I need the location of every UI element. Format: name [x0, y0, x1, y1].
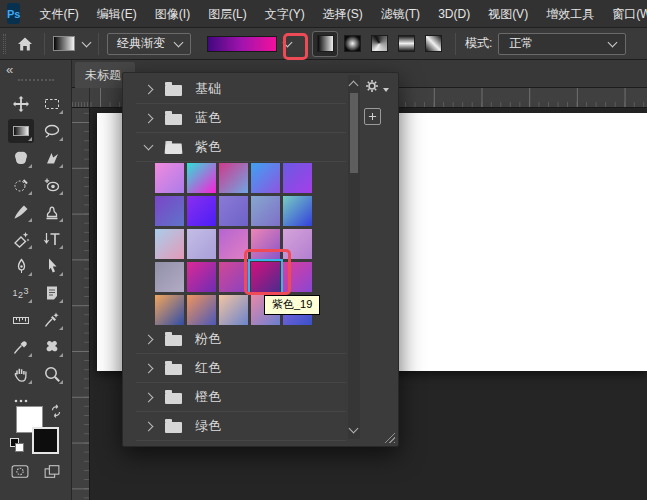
photoshop-logo: Ps [7, 3, 20, 24]
menu-bar: Ps 文件(F)编辑(E)图像(I)图层(L)文字(Y)选择(S)滤镜(T)3D… [0, 0, 647, 28]
menu-item[interactable]: 3D(D) [429, 0, 479, 28]
gradient-swatch[interactable] [187, 163, 216, 193]
tool-dropper[interactable] [8, 335, 34, 359]
vertical-ruler[interactable] [72, 108, 90, 500]
menu-item[interactable]: 视图(V) [479, 0, 537, 28]
gradient-swatch[interactable] [155, 262, 184, 292]
gradient-picker-open-button[interactable] [277, 32, 297, 56]
tool-sampledropper[interactable] [39, 308, 65, 332]
default-colors-button[interactable] [10, 438, 26, 454]
panel-grip[interactable] [18, 79, 54, 82]
gradient-swatch[interactable] [187, 229, 216, 259]
folder-icon [165, 335, 182, 346]
default-white [15, 443, 24, 452]
quick-mask-button[interactable] [9, 462, 31, 481]
tool-marquee[interactable] [39, 92, 65, 116]
menu-item[interactable]: 文字(Y) [256, 0, 314, 28]
screen-mode-button[interactable] [41, 462, 63, 481]
menu-item[interactable]: 滤镜(T) [372, 0, 429, 28]
chevron-down-icon [174, 37, 184, 47]
gradient-swatch[interactable] [219, 295, 248, 325]
tool-zoom[interactable] [39, 362, 65, 386]
folder-chevron-icon [144, 113, 154, 123]
gradient-swatch[interactable] [251, 196, 280, 226]
gradient-type-value: 经典渐变 [117, 35, 165, 52]
tool-hand[interactable] [8, 362, 34, 386]
gradient-preview-bar[interactable] [207, 36, 277, 52]
tool-move[interactable] [8, 92, 34, 116]
scroll-down-icon[interactable] [349, 424, 359, 434]
annotation-box-selected-swatch [244, 249, 291, 295]
home-button[interactable] [16, 35, 34, 53]
folder-icon [165, 85, 182, 96]
tool-gradient[interactable] [8, 119, 34, 143]
tool-wand[interactable] [39, 146, 65, 170]
gradient-swatch[interactable] [187, 262, 216, 292]
collapse-panel-button[interactable]: « [6, 62, 12, 77]
menu-item[interactable]: 文件(F) [30, 0, 87, 28]
gradient-swatch[interactable] [251, 163, 280, 193]
gradient-swatch[interactable] [219, 163, 248, 193]
folder-chevron-icon [144, 392, 154, 402]
tool-lasso[interactable] [39, 119, 65, 143]
gradient-swatch[interactable] [155, 163, 184, 193]
tool-grid [5, 90, 67, 414]
gradient-swatch[interactable] [219, 196, 248, 226]
blend-mode-dropdown[interactable]: 正常 [498, 33, 626, 55]
gradient-swatch[interactable] [155, 196, 184, 226]
gradient-style-icon [317, 35, 334, 52]
gradient-style-icon [398, 35, 415, 52]
tool-stamp[interactable] [39, 200, 65, 224]
tool-count[interactable] [8, 281, 34, 305]
tool-redeye[interactable] [39, 173, 65, 197]
folder-icon [165, 422, 182, 433]
options-bar-grip[interactable] [3, 34, 6, 54]
tool-eraser[interactable] [8, 227, 34, 251]
panel-settings-button[interactable] [363, 77, 389, 95]
menu-item[interactable]: 编辑(E) [88, 0, 146, 28]
scrollbar-thumb[interactable] [350, 93, 358, 173]
tool-heal[interactable] [8, 146, 34, 170]
tool-brush[interactable] [8, 200, 34, 224]
gradient-swatch[interactable] [283, 196, 312, 226]
folder-chevron-icon [144, 141, 154, 151]
tool-patch[interactable] [8, 173, 34, 197]
tool-note[interactable] [39, 281, 65, 305]
folder-label: 蓝色 [195, 109, 221, 127]
panel-scrollbar[interactable] [348, 75, 360, 439]
menu-item[interactable]: 增效工具 [537, 0, 603, 28]
new-gradient-button[interactable] [364, 108, 381, 125]
tool-select[interactable] [39, 254, 65, 278]
swap-colors-button[interactable] [48, 404, 64, 420]
gradient-style-icon [344, 35, 361, 52]
radial-gradient-style-button[interactable] [340, 32, 364, 56]
gradient-type-dropdown[interactable]: 经典渐变 [107, 33, 191, 55]
tool-type[interactable] [39, 227, 65, 251]
tools-panel: « [0, 60, 72, 500]
menu-item[interactable]: 图像(I) [146, 0, 199, 28]
tool-preset-picker[interactable] [53, 36, 98, 51]
gradient-style-buttons [313, 32, 445, 56]
diamond-gradient-style-button[interactable] [421, 32, 445, 56]
folder-label: 紫色 [195, 138, 221, 156]
angle-gradient-style-button[interactable] [367, 32, 391, 56]
gradient-swatch[interactable] [187, 295, 216, 325]
menu-item[interactable]: 图层(L) [199, 0, 256, 28]
menu-item[interactable]: 窗口(W) [603, 0, 647, 28]
tool-shape[interactable] [39, 335, 65, 359]
gradient-swatch[interactable] [187, 196, 216, 226]
gradient-swatch[interactable] [155, 295, 184, 325]
gradient-swatch[interactable] [283, 163, 312, 193]
scroll-up-icon[interactable] [349, 81, 359, 91]
panel-resize-grip[interactable] [382, 430, 395, 443]
linear-gradient-style-button[interactable] [313, 32, 337, 56]
chevron-down-icon [282, 37, 292, 47]
ruler-corner[interactable] [72, 88, 90, 108]
folder-label: 粉色 [195, 330, 221, 348]
menu-item[interactable]: 选择(S) [314, 0, 372, 28]
gradient-swatch[interactable] [155, 229, 184, 259]
background-color-swatch[interactable] [32, 427, 59, 454]
reflected-gradient-style-button[interactable] [394, 32, 418, 56]
tool-pen[interactable] [8, 254, 34, 278]
tool-ruler[interactable] [8, 308, 34, 332]
